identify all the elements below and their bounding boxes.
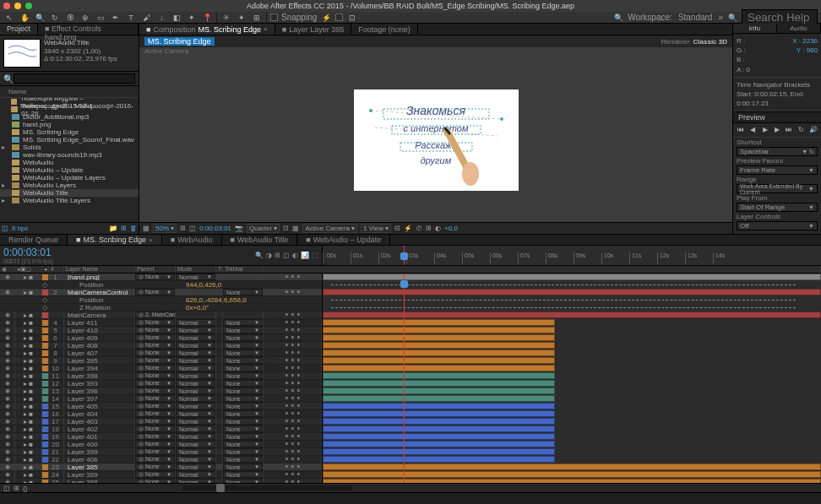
zoom-tool-icon[interactable]: 🔍 bbox=[34, 13, 46, 23]
zoom-dropdown[interactable]: 50% ▾ bbox=[153, 224, 177, 233]
zoom-slider[interactable] bbox=[182, 485, 351, 490]
info-tab[interactable]: Info bbox=[733, 24, 777, 33]
render-queue-tab[interactable]: Render Queue bbox=[0, 235, 68, 245]
project-item[interactable]: wav-library-sounds19.mp3 bbox=[0, 151, 139, 159]
project-item[interactable]: MS. Scribing Edge_Sound_Final.wav bbox=[0, 136, 139, 144]
snap-opt-icon[interactable]: ⚡ bbox=[320, 13, 332, 23]
draft3d-icon[interactable]: ⊞ bbox=[275, 252, 280, 259]
layer-row[interactable]: ◉ ▸ ■ 14 Layer 397 ◎ None▼ Normal▼ None▼… bbox=[0, 395, 322, 403]
property-row[interactable]: ◇Position944,0,426,0 bbox=[0, 281, 322, 289]
layer-bar[interactable] bbox=[323, 425, 555, 432]
play-icon[interactable]: ▶ bbox=[761, 126, 769, 134]
clone-tool-icon[interactable]: ⟂ bbox=[155, 13, 167, 23]
interpret-icon[interactable]: ◫ bbox=[2, 225, 8, 232]
layer-bar[interactable] bbox=[323, 289, 821, 295]
close-icon[interactable]: × bbox=[264, 25, 268, 33]
layer-bar[interactable] bbox=[323, 319, 555, 326]
layer-row[interactable]: ◉ ▸ ■ 20 Layer 400 ◎ None▼ Normal▼ None▼… bbox=[0, 441, 322, 448]
layer-controls-dropdown[interactable]: Off▼ bbox=[737, 221, 818, 230]
camera-dropdown[interactable]: Active Camera ▾ bbox=[302, 224, 357, 233]
current-time[interactable]: 0:00:03:01 bbox=[3, 247, 53, 258]
layer-bar[interactable] bbox=[323, 327, 555, 333]
project-item[interactable]: Тюменц...дрей – Майкроcофт-2016-01-26 bbox=[0, 106, 139, 113]
snap3-icon[interactable]: ⊡ bbox=[346, 13, 358, 23]
layer-list[interactable]: ◉ ▸ ■ 1 [hand.png] ◎ None▼ Normal▼ ⚬⚬⚬◇P… bbox=[0, 274, 323, 483]
motionblur-icon[interactable]: ◐ bbox=[292, 252, 298, 259]
frameblend-icon[interactable]: ◫ bbox=[283, 252, 290, 259]
toggle-brackets-icon[interactable]: {} bbox=[23, 485, 27, 492]
hand-tool-icon[interactable]: ✋ bbox=[19, 13, 30, 23]
roi-icon[interactable]: ⊡ bbox=[283, 225, 289, 232]
first-frame-icon[interactable]: ⏮ bbox=[737, 126, 745, 134]
layer-row[interactable]: ◉ ▸ ■ 21 Layer 399 ◎ None▼ Normal▼ None▼… bbox=[0, 448, 322, 456]
property-row[interactable]: ◇Z Rotation0x+0,0° bbox=[0, 304, 322, 312]
layer-row[interactable]: ◉ ▸ ■ 4 Layer 411 ◎ None▼ Normal▼ None▼ … bbox=[0, 319, 322, 327]
search-icon[interactable]: 🔍 bbox=[612, 13, 624, 23]
breadcrumb[interactable]: MS. Scribing Edge bbox=[144, 37, 215, 46]
footage-tab[interactable]: Footage (none) bbox=[351, 24, 418, 35]
layer-bar[interactable] bbox=[323, 418, 555, 425]
layer-bar[interactable] bbox=[323, 456, 555, 463]
timeline-tab-2[interactable]: ■WebAudio bbox=[162, 235, 222, 245]
mute-icon[interactable]: 🔊 bbox=[809, 126, 818, 134]
selection-tool-icon[interactable]: ↖ bbox=[3, 13, 15, 23]
layer-row[interactable]: ◉ ▸ ■ 6 Layer 409 ◎ None▼ Normal▼ None▼ … bbox=[0, 334, 322, 342]
layer-bar[interactable] bbox=[323, 312, 821, 318]
flowchart-icon[interactable]: ⊞ bbox=[426, 225, 432, 232]
composition-tab-active[interactable]: ■ Composition MS. Scribing Edge× bbox=[139, 24, 275, 35]
layer-bar[interactable] bbox=[323, 433, 555, 440]
exposure-value[interactable]: +0,0 bbox=[444, 225, 458, 232]
layer-bar[interactable] bbox=[323, 448, 555, 455]
layer-bar[interactable] bbox=[323, 365, 555, 371]
project-item[interactable]: ▸WebAudio Title Layers bbox=[0, 197, 139, 204]
fast-preview-icon[interactable]: ⚡ bbox=[404, 225, 412, 232]
layer-bar[interactable] bbox=[323, 441, 555, 447]
type-tool-icon[interactable]: T bbox=[125, 13, 137, 23]
trash-icon[interactable]: 🗑 bbox=[130, 225, 137, 232]
layer-bar[interactable] bbox=[323, 471, 821, 478]
project-item[interactable]: hand.png bbox=[0, 121, 139, 128]
toggle-switches-icon[interactable]: ◫ bbox=[3, 485, 10, 492]
project-item[interactable]: WebAudio bbox=[0, 159, 139, 166]
playfrom-dropdown[interactable]: Start Of Range▼ bbox=[737, 203, 818, 212]
layer-tab[interactable]: ■ Layer Layer 385 bbox=[275, 24, 351, 35]
pan-behind-tool-icon[interactable]: ⊕ bbox=[79, 13, 91, 23]
project-item[interactable]: WebAudio – Update bbox=[0, 166, 139, 174]
bpc-button[interactable]: 8 bpc bbox=[12, 225, 29, 232]
timeline-tab-3[interactable]: ■WebAudio Title bbox=[222, 235, 298, 245]
layer-bar[interactable] bbox=[323, 274, 821, 280]
axis2-tool-icon[interactable]: ✦ bbox=[236, 13, 247, 23]
layer-row[interactable]: ◉ ▸ ■ 15 Layer 405 ◎ None▼ Normal▼ None▼… bbox=[0, 403, 322, 410]
favors-dropdown[interactable]: Frame Rate▼ bbox=[737, 165, 818, 175]
eraser-tool-icon[interactable]: ◧ bbox=[171, 13, 182, 23]
range-dropdown[interactable]: Work Area Extended By Current▼ bbox=[737, 184, 818, 193]
layer-bar[interactable] bbox=[323, 372, 555, 379]
reset-exposure-icon[interactable]: ◐ bbox=[435, 225, 441, 232]
project-item[interactable]: ▸WebAudio Layers bbox=[0, 182, 139, 189]
layer-row[interactable]: ◉ ▸ ■ 19 Layer 401 ◎ None▼ Normal▼ None▼… bbox=[0, 433, 322, 441]
layer-bar[interactable] bbox=[323, 357, 555, 364]
layer-row[interactable]: ◉ ▸ ■ 12 Layer 393 ◎ None▼ Normal▼ None▼… bbox=[0, 380, 322, 387]
layer-row[interactable]: ◉ ▸ ■ 17 Layer 403 ◎ None▼ Normal▼ None▼… bbox=[0, 418, 322, 425]
rect-tool-icon[interactable]: ▭ bbox=[95, 13, 106, 23]
layer-bar[interactable] bbox=[323, 395, 555, 402]
view-dropdown[interactable]: 1 View ▾ bbox=[361, 224, 391, 233]
prev-frame-icon[interactable]: ◀ bbox=[748, 126, 757, 134]
canvas[interactable]: Знакомься с интернетом Расскажи другим bbox=[354, 89, 519, 191]
layer-bar[interactable] bbox=[323, 479, 821, 483]
project-tab[interactable]: Project bbox=[0, 24, 38, 35]
layer-bar[interactable] bbox=[323, 342, 555, 349]
loop-icon[interactable]: ↻ bbox=[797, 126, 806, 134]
project-item[interactable]: WebAudio Title bbox=[0, 189, 139, 197]
preview-tab[interactable]: Preview bbox=[733, 112, 821, 123]
alpha-icon[interactable]: ▦ bbox=[143, 225, 150, 232]
transparency-icon[interactable]: ▦ bbox=[292, 225, 299, 232]
layer-row[interactable]: ◉ ▸ ■ 22 Layer 406 ◎ None▼ Normal▼ None▼… bbox=[0, 456, 322, 463]
time-display[interactable]: 0:00:03:01 bbox=[199, 225, 231, 232]
last-frame-icon[interactable]: ⏭ bbox=[785, 126, 793, 134]
layer-row[interactable]: ◉ ▸ ■ 11 Layer 398 ◎ None▼ Normal▼ None▼… bbox=[0, 372, 322, 380]
rotation-tool-icon[interactable]: ↻ bbox=[49, 13, 61, 23]
audio-tab[interactable]: Audio bbox=[777, 24, 821, 33]
playhead[interactable] bbox=[404, 246, 405, 265]
shy-icon[interactable]: ◑ bbox=[266, 252, 272, 259]
